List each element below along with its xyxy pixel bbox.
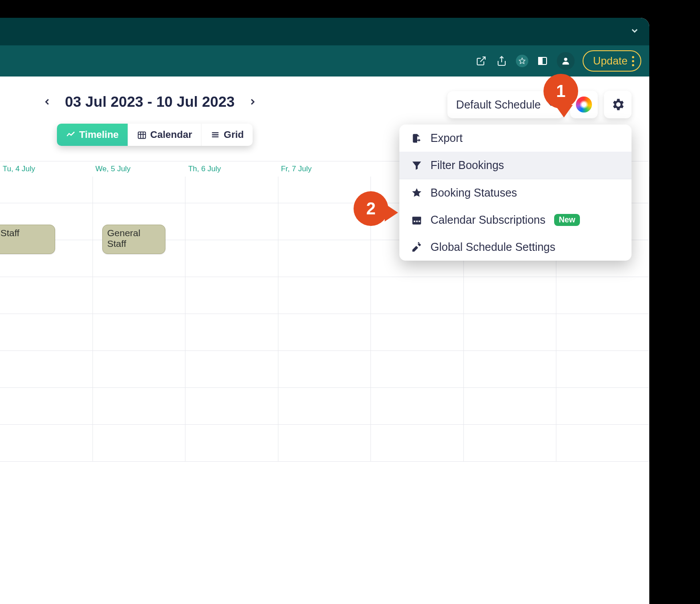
day-header: Th, 6 July: [185, 161, 278, 177]
settings-dropdown-menu: Export Filter Bookings Booking Statuses …: [399, 125, 632, 261]
event-general-staff[interactable]: General Staff: [102, 225, 165, 254]
svg-rect-6: [138, 132, 146, 139]
menu-calendar-subscriptions-label: Calendar Subscriptions: [430, 213, 545, 226]
menu-global-settings-label: Global Schedule Settings: [430, 241, 555, 254]
color-wheel-icon: [576, 97, 592, 113]
svg-point-5: [564, 58, 567, 61]
menu-global-schedule-settings[interactable]: Global Schedule Settings: [399, 234, 632, 261]
menu-booking-statuses-label: Booking Statuses: [430, 186, 517, 199]
next-week-button[interactable]: [245, 95, 260, 109]
browser-window: Update 03 Jul 2023 - 10 Jul 2023 Timelin…: [0, 18, 649, 604]
panel-toggle-icon[interactable]: [536, 55, 549, 67]
svg-line-0: [480, 57, 485, 62]
event-teaching-staff[interactable]: Teaching Staff: [0, 225, 55, 254]
tab-grid-label: Grid: [224, 129, 244, 141]
more-vertical-icon: [632, 56, 634, 66]
event-label: Teaching Staff: [0, 228, 20, 238]
tab-grid[interactable]: Grid: [201, 124, 253, 146]
event-label: General Staff: [107, 228, 141, 249]
app-content: 03 Jul 2023 - 10 Jul 2023 Timeline Calen…: [0, 77, 649, 604]
day-header: Tu, 4 July: [0, 161, 93, 177]
menu-filter-bookings[interactable]: Filter Bookings: [399, 152, 632, 179]
menu-export[interactable]: Export: [399, 125, 632, 152]
browser-toolbar: Update: [0, 45, 649, 77]
open-external-icon[interactable]: [475, 55, 487, 67]
annotation-callout-2: 2: [354, 191, 388, 226]
profile-avatar-icon[interactable]: [557, 52, 575, 70]
window-titlebar: [0, 18, 649, 45]
tab-timeline-label: Timeline: [79, 129, 119, 141]
schedule-controls: Default Schedule: [447, 91, 632, 118]
prev-week-button[interactable]: [40, 95, 54, 109]
menu-filter-bookings-label: Filter Bookings: [430, 159, 504, 172]
update-button-label: Update: [593, 55, 628, 67]
callout-2-number: 2: [366, 199, 375, 218]
chevron-down-icon[interactable]: [630, 26, 640, 37]
star-icon[interactable]: [516, 55, 528, 67]
day-header: We, 5 July: [93, 161, 186, 177]
svg-marker-2: [519, 58, 525, 64]
settings-gear-button[interactable]: [604, 91, 632, 118]
view-mode-switch: Timeline Calendar Grid: [57, 124, 253, 146]
svg-rect-4: [539, 57, 542, 64]
tab-calendar[interactable]: Calendar: [128, 124, 201, 146]
browser-update-button[interactable]: Update: [583, 50, 641, 72]
tab-calendar-label: Calendar: [150, 129, 192, 141]
svg-rect-16: [416, 221, 418, 222]
schedule-selector-label: Default Schedule: [456, 98, 541, 111]
tab-timeline[interactable]: Timeline: [57, 124, 128, 146]
date-range-label: 03 Jul 2023 - 10 Jul 2023: [65, 93, 235, 110]
menu-booking-statuses[interactable]: Booking Statuses: [399, 179, 632, 206]
share-icon[interactable]: [495, 55, 508, 67]
svg-rect-17: [418, 221, 420, 222]
menu-export-label: Export: [430, 132, 463, 145]
annotation-callout-1: 1: [543, 74, 578, 109]
new-badge: New: [554, 214, 579, 226]
svg-rect-15: [414, 221, 415, 222]
day-header: Fr, 7 July: [278, 161, 371, 177]
date-navigator: 03 Jul 2023 - 10 Jul 2023: [40, 93, 260, 110]
callout-1-number: 1: [556, 82, 565, 101]
svg-rect-14: [412, 217, 421, 219]
menu-calendar-subscriptions[interactable]: Calendar Subscriptions New: [399, 206, 632, 234]
